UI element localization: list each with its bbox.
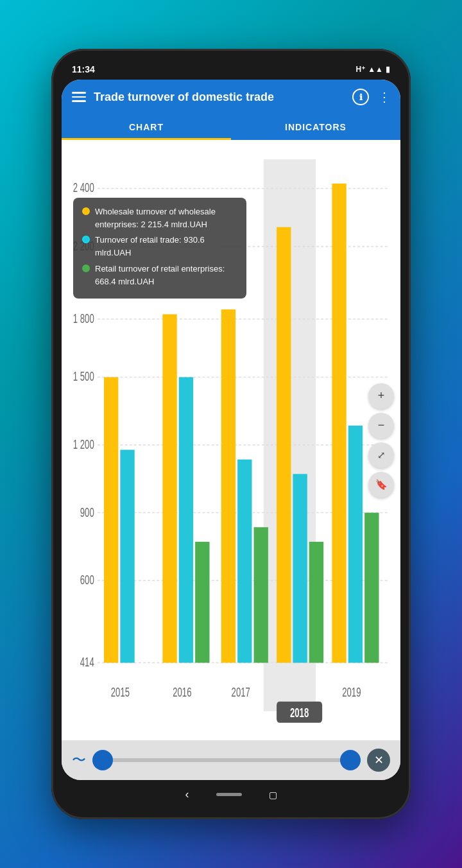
page-title: Trade turnover of domestic trade bbox=[94, 90, 345, 105]
svg-rect-31 bbox=[364, 513, 379, 663]
signal-bars: ▲▲ bbox=[368, 65, 383, 74]
time: 11:34 bbox=[72, 64, 95, 74]
header-icons: ℹ ⋮ bbox=[352, 89, 390, 105]
nav-bar: ‹ ▢ bbox=[62, 780, 400, 806]
screen: Trade turnover of domestic trade ℹ ⋮ CHA… bbox=[62, 80, 400, 780]
slider-thumb-left[interactable] bbox=[92, 750, 113, 770]
more-options-button[interactable]: ⋮ bbox=[378, 89, 390, 105]
svg-text:1 200: 1 200 bbox=[73, 437, 94, 451]
menu-button[interactable] bbox=[72, 92, 86, 102]
svg-text:900: 900 bbox=[80, 505, 94, 519]
svg-rect-19 bbox=[120, 450, 134, 663]
svg-rect-29 bbox=[332, 184, 346, 663]
slider-thumb-right[interactable] bbox=[340, 750, 361, 770]
tooltip-text-3: Retail turnover of retail enterprises: 6… bbox=[95, 263, 237, 288]
svg-text:2016: 2016 bbox=[173, 686, 191, 700]
svg-rect-30 bbox=[348, 426, 363, 663]
tooltip-text-2: Turnover of retail trade: 930.6 mlrd.UAH bbox=[95, 234, 237, 259]
svg-text:2018: 2018 bbox=[290, 706, 309, 720]
svg-rect-26 bbox=[277, 227, 291, 663]
zoom-out-button[interactable]: − bbox=[368, 413, 394, 438]
tab-bar: CHART INDICATORS bbox=[62, 114, 400, 140]
svg-rect-21 bbox=[179, 377, 193, 663]
svg-rect-22 bbox=[195, 542, 209, 663]
svg-text:414: 414 bbox=[80, 655, 94, 670]
chart-container: 2 400 2 200 1 800 1 500 1 200 900 600 41… bbox=[62, 140, 400, 740]
svg-text:1 800: 1 800 bbox=[73, 311, 94, 326]
tooltip-dot-yellow bbox=[82, 207, 90, 215]
svg-rect-24 bbox=[237, 460, 252, 663]
tooltip: Wholesale turnover of wholesale enterpri… bbox=[73, 198, 246, 299]
tooltip-row-1: Wholesale turnover of wholesale enterpri… bbox=[82, 205, 237, 231]
battery-icon: ▮ bbox=[386, 65, 390, 74]
svg-rect-27 bbox=[293, 474, 307, 663]
phone-frame: 11:34 H⁺ ▲▲ ▮ Trade turnover of domestic… bbox=[51, 49, 411, 819]
app-header: Trade turnover of domestic trade ℹ ⋮ bbox=[62, 80, 400, 114]
status-icons: H⁺ ▲▲ ▮ bbox=[356, 65, 390, 74]
svg-rect-28 bbox=[309, 542, 323, 663]
svg-text:2017: 2017 bbox=[232, 686, 250, 700]
svg-text:2 400: 2 400 bbox=[73, 181, 94, 195]
chart-area: 2 400 2 200 1 800 1 500 1 200 900 600 41… bbox=[62, 140, 400, 740]
back-button[interactable]: ‹ bbox=[178, 785, 197, 804]
svg-text:600: 600 bbox=[80, 573, 94, 587]
svg-rect-23 bbox=[221, 309, 235, 663]
tooltip-text-1: Wholesale turnover of wholesale enterpri… bbox=[95, 205, 237, 231]
move-button[interactable]: ⤢ bbox=[368, 442, 394, 468]
tooltip-row-2: Turnover of retail trade: 930.6 mlrd.UAH bbox=[82, 234, 237, 259]
close-button[interactable]: ✕ bbox=[367, 749, 390, 772]
svg-rect-25 bbox=[254, 527, 268, 663]
home-indicator[interactable] bbox=[216, 793, 242, 796]
bottom-bar: 〜 ✕ bbox=[62, 740, 400, 780]
svg-text:2019: 2019 bbox=[342, 686, 361, 700]
bookmark-button[interactable]: 🔖 bbox=[368, 472, 394, 498]
tab-chart[interactable]: CHART bbox=[62, 114, 231, 140]
svg-text:2015: 2015 bbox=[111, 686, 130, 700]
info-button[interactable]: ℹ bbox=[352, 89, 369, 105]
status-bar: 11:34 H⁺ ▲▲ ▮ bbox=[62, 62, 400, 80]
recents-button[interactable]: ▢ bbox=[261, 787, 285, 803]
wave-icon: 〜 bbox=[72, 751, 86, 770]
slider-track[interactable] bbox=[92, 758, 361, 762]
tab-indicators[interactable]: INDICATORS bbox=[231, 114, 400, 140]
svg-rect-20 bbox=[162, 314, 176, 663]
tooltip-dot-green bbox=[82, 265, 90, 272]
zoom-in-button[interactable]: + bbox=[368, 383, 394, 409]
zoom-controls: + − ⤢ 🔖 bbox=[368, 383, 394, 498]
tooltip-dot-teal bbox=[82, 236, 90, 243]
svg-text:1 500: 1 500 bbox=[73, 370, 94, 384]
svg-rect-18 bbox=[104, 377, 118, 663]
signal-icon: H⁺ bbox=[356, 65, 366, 74]
tooltip-row-3: Retail turnover of retail enterprises: 6… bbox=[82, 263, 237, 288]
